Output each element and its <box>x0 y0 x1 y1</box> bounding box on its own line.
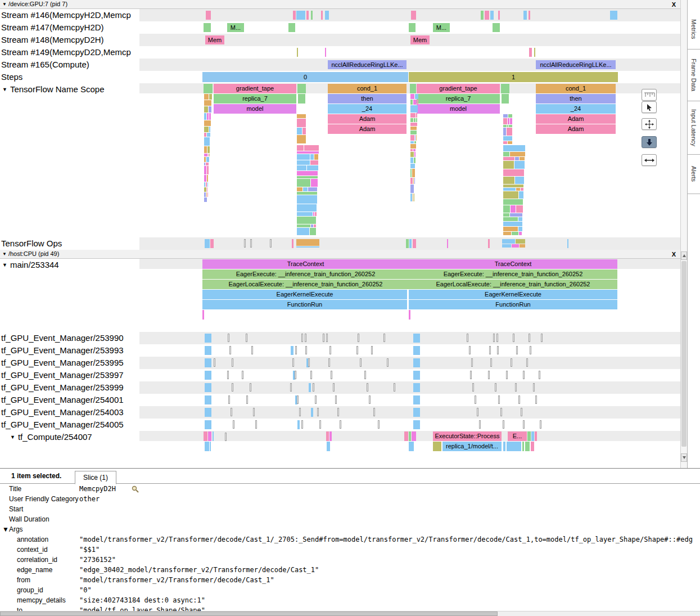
trace-slice[interactable] <box>410 141 414 143</box>
trace-slice[interactable] <box>204 113 206 120</box>
trace-slice-outline[interactable] <box>515 383 517 392</box>
trace-slice-outline[interactable] <box>523 371 525 379</box>
trace-slice-outline[interactable] <box>253 408 255 416</box>
trace-slice-outline[interactable] <box>373 408 375 416</box>
trace-slice[interactable]: Adam <box>536 114 616 124</box>
trace-slice[interactable] <box>204 197 207 202</box>
trace-slice-outline[interactable] <box>471 358 473 367</box>
track-canvas[interactable]: MemMem <box>139 34 680 46</box>
trace-slice[interactable] <box>412 169 415 177</box>
trace-slice[interactable] <box>502 94 509 104</box>
trace-slice[interactable] <box>297 176 318 178</box>
trace-slice[interactable] <box>527 431 531 441</box>
trace-slice[interactable] <box>206 192 207 197</box>
track-canvas[interactable] <box>139 406 680 419</box>
trace-slice-outline[interactable] <box>319 420 321 429</box>
trace-slice[interactable] <box>293 11 296 20</box>
trace-slice-outline[interactable] <box>310 371 312 379</box>
trace-slice[interactable] <box>411 11 416 20</box>
trace-slice[interactable] <box>205 408 211 417</box>
trace-slice[interactable] <box>303 187 308 191</box>
trace-slice[interactable] <box>531 431 534 441</box>
trace-slice-outline[interactable] <box>469 346 471 354</box>
trace-slice[interactable] <box>297 114 306 118</box>
trace-slice[interactable] <box>204 133 206 137</box>
trace-slice-outline[interactable] <box>305 334 306 342</box>
trace-slice[interactable]: M... <box>433 23 450 32</box>
trace-slice[interactable] <box>209 106 211 113</box>
trace-slice[interactable] <box>315 212 317 216</box>
track-canvas[interactable] <box>139 369 680 381</box>
trace-slice[interactable] <box>296 246 319 248</box>
trace-slice-outline[interactable] <box>540 420 541 429</box>
trace-slice[interactable] <box>207 113 209 120</box>
trace-slice[interactable] <box>296 239 319 246</box>
trace-timeline[interactable]: ▼/device:GPU:7 (pid 7)XStream #146(Memcp… <box>0 0 680 468</box>
trace-slice-outline[interactable] <box>297 395 299 404</box>
trace-slice[interactable] <box>204 192 206 197</box>
trace-slice[interactable] <box>207 146 210 153</box>
trace-slice[interactable] <box>205 420 211 429</box>
trace-slice[interactable] <box>207 182 208 187</box>
trace-slice-outline[interactable] <box>328 358 330 367</box>
trace-slice-outline[interactable] <box>228 395 230 404</box>
trace-slice[interactable]: Mem <box>205 35 224 44</box>
trace-slice[interactable]: EagerKernelExecute <box>409 290 617 299</box>
trace-slice-outline[interactable] <box>496 334 498 342</box>
trace-slice[interactable]: EagerKernelExecute <box>202 290 407 299</box>
trace-slice[interactable] <box>297 145 304 151</box>
trace-slice[interactable] <box>519 232 522 235</box>
trace-slice[interactable] <box>291 346 293 355</box>
trace-slice[interactable] <box>409 310 410 320</box>
hscrollbar-thumb[interactable] <box>0 611 498 616</box>
trace-slice[interactable] <box>409 442 414 451</box>
trace-slice-outline[interactable] <box>331 371 332 379</box>
trace-slice[interactable] <box>297 228 309 235</box>
trace-slice[interactable] <box>207 133 210 137</box>
trace-slice[interactable] <box>304 145 319 151</box>
trace-slice-outline[interactable] <box>340 420 341 429</box>
trace-slice[interactable] <box>508 141 512 144</box>
trace-slice[interactable] <box>410 123 417 126</box>
trace-slice-outline[interactable] <box>337 408 339 416</box>
scrollbar-thumb[interactable] <box>681 261 687 447</box>
trace-slice[interactable] <box>204 175 206 182</box>
track-canvas[interactable] <box>139 419 680 431</box>
trace-slice[interactable] <box>310 154 314 160</box>
trace-slice-outline[interactable] <box>329 346 331 354</box>
trace-slice[interactable] <box>503 188 516 191</box>
trace-slice[interactable] <box>509 125 512 127</box>
trace-slice[interactable] <box>503 213 509 217</box>
trace-slice[interactable] <box>413 239 416 248</box>
trace-slice[interactable] <box>310 160 318 165</box>
trace-slice-outline[interactable] <box>533 383 535 392</box>
trace-slice[interactable] <box>413 149 416 151</box>
trace-slice-outline[interactable] <box>315 395 317 404</box>
trace-slice[interactable] <box>523 11 527 20</box>
trace-slice-outline[interactable] <box>530 346 531 354</box>
trace-slice[interactable]: TraceContext <box>409 259 617 269</box>
trace-slice[interactable] <box>503 227 518 231</box>
trace-slice-outline[interactable] <box>308 358 310 367</box>
trace-slice[interactable] <box>503 199 523 205</box>
trace-slice-outline[interactable] <box>489 346 491 354</box>
trace-slice[interactable] <box>297 192 317 195</box>
trace-slice-outline[interactable] <box>232 358 233 367</box>
trace-slice[interactable] <box>414 158 416 163</box>
trace-slice[interactable] <box>204 166 206 174</box>
close-section-button[interactable]: X <box>672 1 676 9</box>
trace-slice[interactable]: E... <box>508 431 527 441</box>
trace-slice[interactable] <box>206 163 209 165</box>
trace-slice-outline[interactable] <box>227 371 229 379</box>
trace-slice[interactable] <box>502 244 511 248</box>
trace-slice-outline[interactable] <box>214 358 215 367</box>
trace-slice[interactable] <box>514 161 525 169</box>
trace-slice[interactable] <box>208 154 209 156</box>
trace-slice[interactable] <box>515 157 519 160</box>
trace-slice-outline[interactable] <box>479 420 481 429</box>
trace-slice-outline[interactable] <box>541 334 543 342</box>
trace-slice[interactable] <box>205 358 211 367</box>
trace-slice[interactable] <box>503 185 523 187</box>
trace-slice[interactable] <box>204 94 209 100</box>
zoom-tool-button[interactable] <box>642 136 657 148</box>
